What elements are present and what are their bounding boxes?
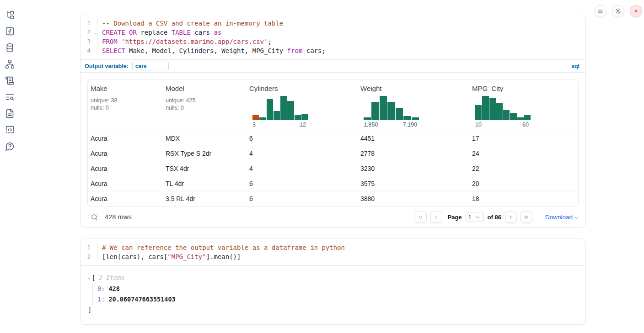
first-page-button[interactable] — [415, 211, 427, 223]
line-number: 2 — [80, 252, 93, 261]
database-icon[interactable] — [5, 43, 15, 53]
histogram-bar[interactable] — [387, 102, 395, 120]
table-cell: 22 — [469, 165, 578, 172]
histogram-bar[interactable] — [274, 111, 280, 120]
tree-collapse-chevron-icon[interactable]: ⌄ — [88, 274, 90, 282]
histogram-bar[interactable] — [380, 96, 387, 120]
histogram-bar[interactable] — [267, 99, 273, 120]
column-title: Weight — [360, 85, 466, 92]
code-text[interactable]: -- Download a CSV and create an in-memor… — [97, 19, 585, 28]
table-cell: 2778 — [358, 150, 469, 157]
histogram-bar[interactable] — [503, 110, 510, 120]
code-text[interactable]: CREATE OR replace TABLE cars as — [97, 28, 585, 37]
histogram-bar[interactable] — [252, 115, 259, 120]
column-header-make[interactable]: Makeunique: 38nulls: 0 — [88, 79, 163, 131]
previous-page-button[interactable] — [430, 211, 442, 223]
histogram-bar[interactable] — [301, 114, 308, 120]
table-row: AcuraTSX 4dr4323022 — [88, 161, 578, 176]
python-code-editor[interactable]: 1# We can reference the output variable … — [80, 238, 585, 266]
column-header-weight[interactable]: Weight1,8507,190 — [358, 79, 469, 131]
sql-code-editor[interactable]: 1-- Download a CSV and create an in-memo… — [80, 14, 585, 59]
file-text-icon[interactable] — [5, 109, 15, 118]
histogram-bar[interactable] — [517, 117, 524, 120]
code-text[interactable]: # We can reference the output variable a… — [97, 243, 585, 252]
histogram-bar[interactable] — [396, 108, 403, 120]
histogram-axis-labels: 1060 — [475, 122, 531, 128]
table-row: AcuraMDX6445117 — [88, 131, 578, 146]
column-stats: unique: 38nulls: 0 — [91, 97, 159, 111]
column-header-mpg_city[interactable]: MPG_City1060 — [469, 79, 578, 131]
shutdown-button[interactable] — [630, 5, 642, 17]
table-cell: 4451 — [358, 135, 469, 142]
table-body: AcuraMDX6445117AcuraRSX Type S 2dr427782… — [88, 131, 578, 206]
table-cell: Acura — [88, 150, 163, 157]
page-select[interactable]: 1 — [466, 212, 484, 222]
column-header-model[interactable]: Modelunique: 425nulls: 0 — [163, 79, 247, 131]
code-line: 4SELECT Make, Model, Cylinders, Weight, … — [80, 46, 585, 55]
histogram-max-label: 60 — [522, 122, 529, 128]
histogram-bar[interactable] — [371, 102, 379, 120]
column-stat: unique: 38 — [91, 97, 159, 104]
chevron-down-icon — [574, 215, 579, 220]
function-square-icon[interactable] — [5, 26, 15, 36]
output-variable-input[interactable] — [132, 62, 169, 70]
histogram-bar[interactable] — [489, 98, 496, 120]
notebook-actions-toolbar — [594, 5, 642, 17]
table-cell: 3.5 RL 4dr — [163, 195, 247, 202]
column-stats: unique: 425nulls: 0 — [166, 97, 243, 111]
code-square-icon[interactable] — [5, 125, 15, 135]
histogram-bar[interactable] — [287, 101, 294, 120]
text-search-icon[interactable] — [5, 92, 15, 102]
table-cell: 3230 — [358, 165, 469, 172]
table-cell: 20 — [469, 180, 578, 187]
code-text[interactable]: FROM 'https://datasets.marimo.app/cars.c… — [97, 37, 585, 46]
histogram-bar[interactable] — [496, 103, 503, 120]
last-page-button[interactable] — [521, 211, 532, 223]
column-title: MPG_City — [472, 85, 574, 92]
table-cell: TL 4dr — [163, 180, 247, 187]
search-icon[interactable] — [91, 213, 98, 221]
histogram-bar[interactable] — [475, 105, 482, 120]
histogram-bar[interactable] — [482, 96, 488, 120]
table-cell: 4 — [247, 165, 358, 172]
column-stat: unique: 425 — [166, 97, 243, 104]
code-line: 3FROM 'https://datasets.marimo.app/cars.… — [80, 37, 585, 46]
scroll-text-icon[interactable] — [5, 76, 15, 85]
histogram-axis-labels: 1,8507,190 — [364, 122, 419, 128]
table-cell: Acura — [88, 165, 163, 172]
chevron-down-icon — [475, 215, 480, 220]
histogram-bar[interactable] — [295, 115, 301, 120]
histogram-bar[interactable] — [259, 117, 266, 120]
tree-open-bracket: [ — [91, 274, 95, 282]
output-variable-row: Output variable: sql — [80, 59, 585, 73]
help-message-icon[interactable] — [5, 142, 15, 151]
code-text[interactable]: SELECT Make, Model, Cylinders, Weight, M… — [97, 46, 585, 55]
sql-output-section: Makeunique: 38nulls: 0Modelunique: 425nu… — [80, 73, 585, 206]
histogram-bar[interactable] — [510, 113, 516, 120]
fold-chevron-icon[interactable]: ⌄ — [94, 28, 97, 37]
histogram-bar[interactable] — [412, 117, 419, 120]
histogram-min-label: 3 — [252, 122, 256, 128]
tree-item-colon: : — [101, 285, 108, 292]
histogram-bar[interactable] — [524, 115, 531, 120]
network-icon[interactable] — [5, 59, 15, 69]
next-page-button[interactable] — [505, 211, 517, 223]
code-text[interactable]: [len(cars), cars["MPG_City"].mean()] — [97, 252, 585, 261]
language-badge[interactable]: sql — [571, 63, 580, 69]
table-footer: 428 rows Page 1 of 86 — [80, 206, 585, 227]
code-line: 1-- Download a CSV and create an in-memo… — [80, 19, 585, 28]
file-tree-icon[interactable] — [5, 10, 15, 20]
download-label: Download — [545, 214, 573, 221]
menu-button[interactable] — [594, 5, 606, 17]
column-title: Make — [91, 85, 159, 92]
line-number: 1 — [80, 243, 93, 252]
line-number: 2⌄ — [80, 28, 93, 37]
column-header-cylinders[interactable]: Cylinders312 — [247, 79, 358, 131]
histogram-bar[interactable] — [364, 117, 371, 120]
table-cell: 6 — [247, 180, 358, 187]
histogram-bar[interactable] — [280, 96, 287, 120]
histogram-bar[interactable] — [403, 116, 411, 120]
download-button[interactable]: Download — [545, 214, 579, 221]
line-number: 3 — [80, 37, 93, 46]
settings-button[interactable] — [612, 5, 624, 17]
